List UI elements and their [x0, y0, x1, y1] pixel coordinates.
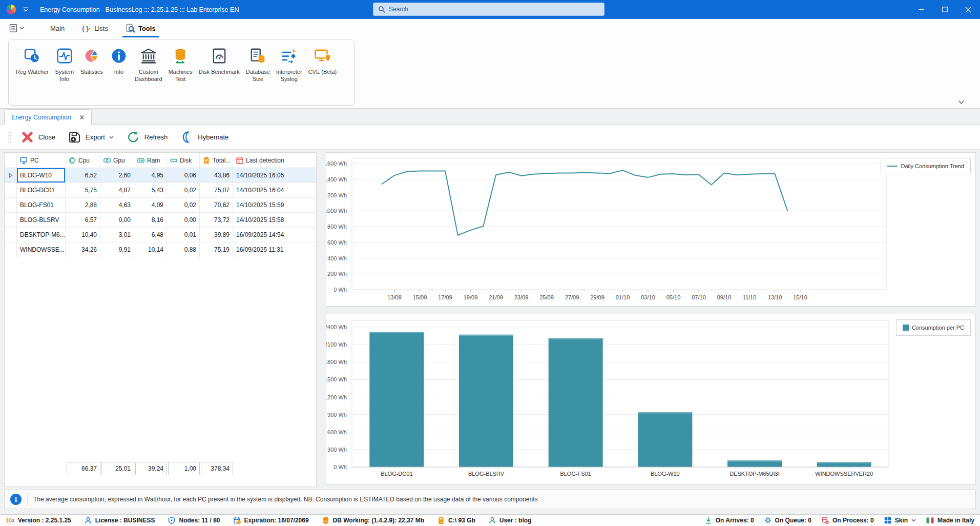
ram-cell[interactable]: 4,95 — [134, 168, 167, 183]
gpu-cell[interactable]: 3,01 — [100, 228, 134, 242]
cpu-cell[interactable]: 10,40 — [66, 228, 100, 242]
cpu-cell[interactable]: 6,52 — [66, 168, 100, 183]
total-cell[interactable]: 43,86 — [200, 168, 233, 183]
gpu-cell[interactable]: 0,00 — [100, 213, 134, 227]
moon-icon — [180, 130, 194, 144]
tab-tools-label: Tools — [138, 25, 156, 32]
ram-cell[interactable]: 4,09 — [134, 198, 167, 212]
ribbon-item-reg-watcher[interactable]: Reg Watcher — [13, 46, 52, 75]
minimize-button[interactable] — [909, 0, 933, 19]
ribbon-item-database-size[interactable]: Database Size — [243, 46, 273, 83]
svg-text:400 Wh: 400 Wh — [327, 255, 347, 261]
search-box[interactable] — [373, 3, 604, 16]
document-tab-bar: Energy Consumption — [0, 109, 980, 125]
disk-cell[interactable]: 0,88 — [167, 242, 200, 257]
close-view-button[interactable]: Close — [20, 130, 55, 144]
application-menu-button[interactable] — [5, 19, 28, 37]
disk-cell[interactable]: 0,00 — [167, 213, 200, 227]
last-detection-cell[interactable]: 14/10/2025 15:58 — [233, 213, 316, 227]
column-header-cpu[interactable]: Cpu — [66, 153, 100, 168]
column-header-last-detection[interactable]: Last detection — [233, 153, 316, 168]
table-row-desktop-m6[interactable]: DESKTOP-M6...10,403,016,480,0139,8916/09… — [5, 228, 316, 242]
search-input[interactable] — [389, 6, 599, 13]
total-cell[interactable]: 70,62 — [200, 198, 233, 212]
ribbon-item-cve-beta[interactable]: CVE (Beta) — [305, 46, 340, 75]
close-window-button[interactable] — [956, 0, 980, 19]
table-row-blog-w10[interactable]: BLOG-W106,522,604,950,0643,8614/10/2025 … — [5, 168, 316, 183]
disk-cell[interactable]: 0,02 — [167, 198, 200, 212]
refresh-button[interactable]: Refresh — [126, 130, 168, 145]
disk-cell[interactable]: 0,01 — [167, 228, 200, 242]
last-detection-cell[interactable]: 14/10/2025 16:04 — [233, 183, 316, 197]
hybernate-button[interactable]: Hybernate — [180, 130, 228, 144]
ribbon-collapse-chevron-icon[interactable] — [958, 100, 965, 105]
quick-access-chevron-icon[interactable] — [23, 7, 29, 12]
gpu-cell[interactable]: 2,60 — [100, 168, 134, 183]
column-header-total[interactable]: Total... — [200, 153, 233, 168]
last-detection-cell[interactable]: 14/10/2025 16:05 — [233, 168, 316, 183]
pc-cell[interactable]: BLOG-DC01 — [17, 183, 66, 197]
tab-close-icon[interactable] — [79, 115, 85, 120]
last-detection-cell[interactable]: 14/10/2025 15:59 — [233, 198, 316, 212]
document-tab-energy-consumption[interactable]: Energy Consumption — [4, 109, 92, 125]
last-detection-cell[interactable]: 16/09/2025 11:31 — [233, 242, 316, 257]
total-cell[interactable]: 75,07 — [200, 183, 233, 197]
ram-cell[interactable]: 10,14 — [134, 242, 167, 257]
process-icon — [822, 517, 829, 524]
column-header-disk[interactable]: Disk — [167, 153, 200, 168]
cpu-cell[interactable]: 6,57 — [66, 213, 100, 227]
toolbar-drag-handle[interactable] — [7, 132, 11, 143]
app-logo-icon[interactable] — [6, 5, 16, 14]
total-cell[interactable]: 75,19 — [200, 242, 233, 257]
daily-consumption-line-chart: 0 Wh200 Wh400 Wh600 Wh800 Wh1000 Wh1200 … — [326, 153, 974, 306]
pc-cell[interactable]: DESKTOP-M6... — [17, 228, 66, 242]
column-header-label: PC — [30, 157, 39, 164]
svg-text:2400 Wh: 2400 Wh — [326, 324, 347, 330]
table-row-blog-dc01[interactable]: BLOG-DC015,754,875,430,0275,0714/10/2025… — [5, 183, 316, 198]
column-header-ram[interactable]: Ram — [134, 153, 167, 168]
total-cell[interactable]: 39,89 — [200, 228, 233, 242]
ribbon-item-disk-benchmark[interactable]: Disk Benchmark — [196, 46, 243, 75]
export-button[interactable]: Export — [68, 130, 114, 144]
ram-cell[interactable]: 5,43 — [134, 183, 167, 197]
table-row-blog-blsrv[interactable]: BLOG-BLSRV6,570,008,160,0073,7214/10/202… — [5, 213, 316, 228]
ribbon-item-system-info[interactable]: System Info — [52, 46, 77, 83]
ribbon-item-machines-test[interactable]: Machines Test — [165, 46, 196, 83]
table-row-windowsse[interactable]: WINDOWSSE...34,269,9110,140,8875,1916/09… — [5, 242, 316, 257]
cpu-cell[interactable]: 2,88 — [66, 198, 100, 212]
tab-tools[interactable]: Tools — [117, 19, 164, 37]
tab-main[interactable]: Main — [41, 19, 73, 37]
ribbon-item-interpreter-syslog[interactable]: Interpreter Syslog — [273, 46, 305, 83]
column-header-gpu[interactable]: Gpu — [100, 153, 134, 168]
cpu-cell[interactable]: 34,26 — [66, 242, 100, 257]
gpu-cell[interactable]: 9,91 — [100, 242, 134, 257]
svg-text:2100 Wh: 2100 Wh — [326, 341, 347, 348]
pc-cell[interactable]: BLOG-FS01 — [17, 198, 66, 212]
ram-cell[interactable]: 6,48 — [134, 228, 167, 242]
disk-cell[interactable]: 0,06 — [167, 168, 200, 183]
svg-text:900 Wh: 900 Wh — [327, 412, 347, 418]
status-item-skin[interactable]: Skin — [884, 517, 916, 524]
last-detection-cell[interactable]: 16/09/2025 14:54 — [233, 228, 316, 242]
total-cell[interactable]: 73,72 — [200, 213, 233, 227]
gpu-cell[interactable]: 4,63 — [100, 198, 134, 212]
arrives-icon — [705, 517, 712, 524]
pc-cell[interactable]: BLOG-BLSRV — [17, 213, 66, 227]
bar-chart-legend-label: Consumption per PC — [912, 325, 964, 331]
gpu-cell[interactable]: 4,87 — [100, 183, 134, 197]
column-header-label: Disk — [180, 157, 192, 164]
ram-cell[interactable]: 8,16 — [134, 213, 167, 227]
disk-cell[interactable]: 0,02 — [167, 183, 200, 197]
column-header-pc[interactable]: PC — [17, 153, 66, 168]
svg-text:1500 Wh: 1500 Wh — [326, 376, 347, 382]
ribbon-item-custom-dashboard[interactable]: Custom Dashboard — [132, 46, 165, 83]
pc-cell[interactable]: WINDOWSSE... — [17, 242, 66, 257]
ribbon-item-statistics[interactable]: Statistics — [77, 46, 106, 75]
legend-line-swatch — [887, 166, 898, 167]
table-row-blog-fs01[interactable]: BLOG-FS012,884,634,090,0270,6214/10/2025… — [5, 198, 316, 213]
tab-lists[interactable]: { } Lists — [73, 19, 117, 37]
maximize-button[interactable] — [933, 0, 956, 19]
pc-cell[interactable]: BLOG-W10 — [17, 168, 66, 183]
cpu-cell[interactable]: 5,75 — [66, 183, 100, 197]
ribbon-item-info[interactable]: Info — [106, 46, 132, 75]
